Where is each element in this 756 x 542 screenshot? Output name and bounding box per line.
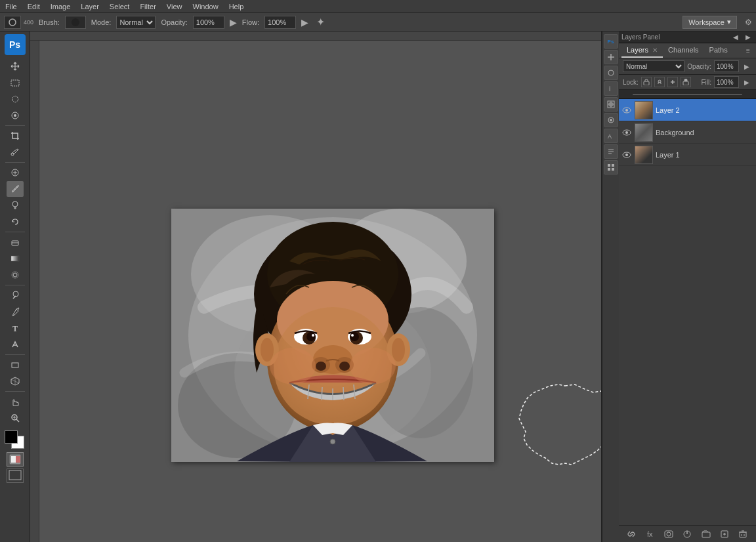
layer2-visibility[interactable] (621, 105, 632, 115)
layer-row-layer2[interactable]: Layer 2 (619, 99, 756, 121)
lock-all-btn[interactable] (681, 77, 691, 87)
rectangle-tool[interactable] (7, 357, 24, 373)
menu-view[interactable]: View (161, 1, 188, 12)
lock-image-btn[interactable] (654, 77, 665, 87)
select-side-btn[interactable] (604, 66, 618, 80)
tab-paths[interactable]: Paths (704, 43, 733, 58)
brush-tip-preview[interactable] (65, 16, 86, 29)
airbrush-icon[interactable]: ✦ (316, 16, 325, 28)
brush-preview[interactable] (4, 16, 21, 29)
link-layers-btn[interactable] (625, 528, 639, 540)
panel-collapse-btn[interactable]: ◀ (730, 32, 741, 43)
brush-tool[interactable] (7, 181, 24, 197)
svg-rect-77 (644, 81, 649, 85)
quick-mask-button[interactable] (7, 452, 24, 467)
svg-point-49 (339, 362, 350, 371)
layer1-visibility[interactable] (621, 150, 632, 160)
adjustment-layer-btn[interactable] (681, 528, 694, 540)
lock-position-btn[interactable] (667, 77, 678, 87)
panel-menu-btn[interactable]: ▶ (743, 32, 753, 43)
blend-mode-row: Normal Multiply Screen Overlay Opacity: … (619, 58, 756, 75)
eyedropper-tool[interactable] (7, 144, 24, 160)
rectangular-marquee-tool[interactable] (7, 75, 24, 91)
layer-style-btn[interactable]: fx (644, 528, 657, 540)
flow-input[interactable] (264, 16, 296, 29)
menu-file[interactable]: File (0, 1, 22, 12)
3d-tool[interactable] (7, 373, 24, 389)
new-layer-btn[interactable] (718, 528, 731, 540)
flow-arrow[interactable]: ▶ (301, 17, 308, 28)
opacity-input[interactable] (193, 16, 224, 29)
menu-filter[interactable]: Filter (135, 1, 161, 12)
workspace-button[interactable]: Workspace ▾ (682, 16, 737, 29)
layer-row-layer1[interactable]: Layer 1 (619, 144, 756, 166)
menu-edit[interactable]: Edit (22, 1, 45, 12)
opacity-value-input[interactable] (714, 60, 739, 72)
type-tool[interactable]: T (7, 320, 24, 336)
svg-line-51 (322, 387, 322, 400)
main-layout: Ps (0, 31, 756, 542)
gradient-tool[interactable] (7, 251, 24, 266)
svg-point-43 (350, 332, 359, 341)
fill-value-input[interactable] (714, 76, 739, 88)
layer-mask-btn[interactable] (662, 528, 675, 540)
menu-select[interactable]: Select (104, 1, 135, 12)
lock-transparent-btn[interactable] (641, 77, 652, 87)
layers-list: Layer 2 Background (619, 99, 756, 525)
info-side-btn[interactable]: i (604, 81, 618, 96)
svg-rect-73 (608, 164, 610, 167)
color-picker[interactable] (5, 430, 26, 449)
layers-tab-close[interactable]: ✕ (652, 47, 658, 54)
pen-tool[interactable] (7, 304, 24, 320)
panel-options-btn[interactable]: ≡ (743, 45, 753, 56)
lasso-tool[interactable] (7, 91, 24, 107)
workspace-dropdown-icon: ▾ (727, 18, 731, 26)
clone-side-btn[interactable]: A (604, 129, 618, 143)
dodge-tool[interactable] (7, 287, 24, 303)
grid-side-btn[interactable] (604, 160, 618, 175)
screen-mode-button[interactable] (7, 469, 24, 483)
brush-label: Brush: (39, 18, 60, 26)
hand-tool[interactable] (7, 394, 24, 409)
crop-tool[interactable] (7, 128, 24, 144)
layers-bottom-toolbar: fx (619, 525, 756, 542)
quick-selection-tool[interactable] (7, 108, 24, 123)
tab-channels[interactable]: Channels (663, 43, 704, 58)
svg-text:A: A (608, 133, 612, 140)
blend-mode-select[interactable]: Normal Multiply Screen Overlay (623, 60, 684, 72)
foreground-color[interactable] (5, 430, 18, 444)
eraser-tool[interactable] (7, 234, 24, 250)
svg-rect-22 (11, 456, 16, 463)
settings-icon[interactable]: ⚙ (745, 18, 752, 27)
menu-layer[interactable]: Layer (75, 1, 104, 12)
opacity-arrow[interactable]: ▶ (230, 17, 237, 28)
fill-arrow-btn[interactable]: ▶ (742, 77, 752, 87)
tab-layers[interactable]: Layers ✕ (621, 43, 663, 58)
path-selection-tool[interactable] (7, 337, 24, 352)
brush-side-btn[interactable] (604, 113, 618, 127)
para-side-btn[interactable] (604, 144, 618, 159)
menu-image[interactable]: Image (45, 1, 76, 12)
blur-tool[interactable] (7, 267, 24, 283)
move-side-btn[interactable] (604, 50, 618, 64)
history-brush-tool[interactable] (7, 214, 24, 230)
menu-window[interactable]: Window (188, 1, 224, 12)
delete-layer-btn[interactable] (736, 528, 749, 540)
clone-stamp-tool[interactable] (7, 198, 24, 213)
new-group-btn[interactable] (700, 528, 713, 540)
healing-brush-tool[interactable] (7, 165, 24, 180)
color-side-btn[interactable] (604, 97, 618, 112)
svg-point-48 (316, 362, 326, 371)
layer2-name: Layer 2 (656, 106, 680, 114)
zoom-tool[interactable] (7, 410, 24, 426)
ps-logo-side[interactable]: Ps (604, 34, 618, 49)
brush-size-display: 400 (24, 19, 33, 26)
move-tool[interactable] (7, 58, 24, 74)
layer-row-background[interactable]: Background (619, 121, 756, 144)
opacity-arrow-btn[interactable]: ▶ (742, 61, 752, 72)
background-visibility[interactable] (621, 127, 632, 138)
menu-help[interactable]: Help (224, 1, 249, 12)
svg-point-12 (13, 273, 17, 277)
canvas-container[interactable] (171, 209, 494, 462)
mode-select[interactable]: Normal Multiply Screen (116, 16, 156, 29)
